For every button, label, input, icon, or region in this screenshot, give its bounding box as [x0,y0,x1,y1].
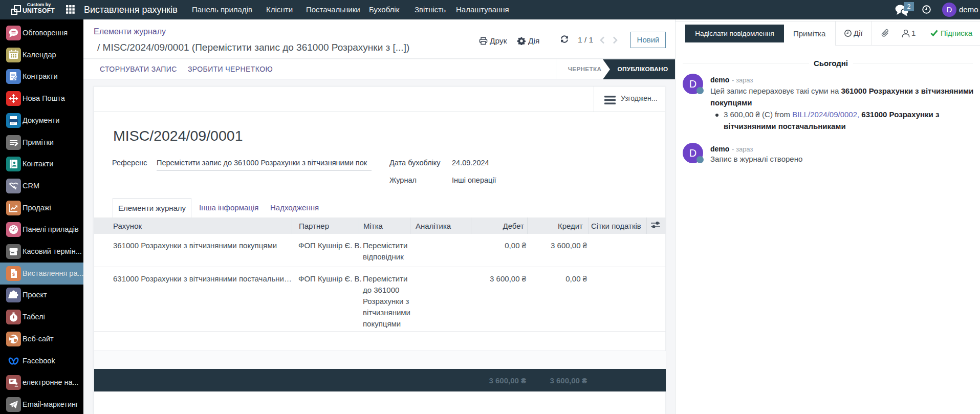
svg-text:$: $ [12,272,15,277]
